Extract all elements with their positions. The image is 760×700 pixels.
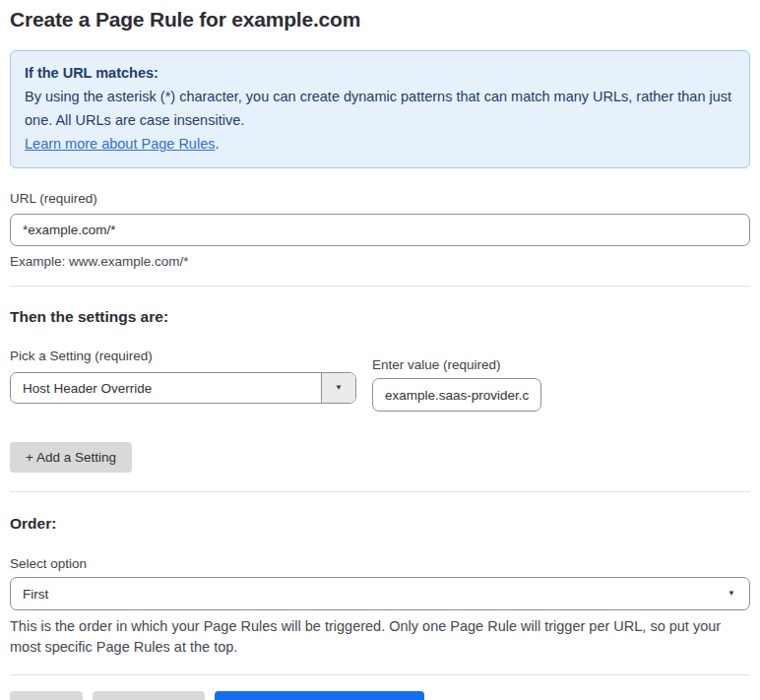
divider: [10, 286, 750, 286]
save-and-deploy-button[interactable]: Save and Deploy Page Rule: [215, 691, 425, 700]
info-box-body: By using the asterisk (*) character, you…: [25, 85, 735, 132]
link-suffix: .: [215, 136, 219, 152]
setting-value-label: Enter value (required): [372, 357, 541, 372]
setting-dropdown[interactable]: Host Header Override ▼: [10, 372, 356, 404]
add-setting-button[interactable]: + Add a Setting: [10, 442, 132, 473]
divider: [10, 674, 750, 675]
setting-value-group: Enter value (required): [372, 357, 541, 412]
setting-value-input[interactable]: [372, 378, 541, 412]
cancel-button[interactable]: Cancel: [10, 691, 83, 700]
url-field-group: URL (required) Example: www.example.com/…: [10, 191, 750, 269]
url-input[interactable]: [10, 214, 750, 246]
url-example-text: Example: www.example.com/*: [10, 254, 750, 269]
order-section-heading: Order:: [10, 515, 750, 533]
url-field-label: URL (required): [10, 191, 750, 206]
divider: [10, 491, 750, 492]
setting-picker-group: Pick a Setting (required) Host Header Ov…: [10, 349, 356, 404]
order-select[interactable]: First ▼: [10, 577, 750, 610]
setting-row: Pick a Setting (required) Host Header Ov…: [10, 349, 750, 412]
info-box-heading: If the URL matches:: [25, 61, 735, 85]
setting-dropdown-arrow-button[interactable]: ▼: [321, 373, 355, 403]
setting-picker-label: Pick a Setting (required): [10, 349, 356, 363]
order-select-value: First: [23, 587, 48, 602]
page-title: Create a Page Rule for example.com: [10, 8, 750, 32]
info-box-link-line: Learn more about Page Rules.: [25, 132, 735, 156]
settings-section-heading: Then the settings are:: [10, 308, 750, 326]
setting-dropdown-value: Host Header Override: [11, 373, 321, 403]
url-match-info-box: If the URL matches: By using the asteris…: [10, 50, 750, 168]
create-page-rule-panel: Create a Page Rule for example.com If th…: [0, 0, 760, 700]
learn-more-link[interactable]: Learn more about Page Rules: [25, 136, 215, 152]
footer-actions: Cancel Save as Draft Save and Deploy Pag…: [10, 691, 750, 700]
order-helper-text: This is the order in which your Page Rul…: [10, 616, 750, 658]
order-select-label: Select option: [10, 556, 750, 571]
chevron-down-icon: ▼: [335, 384, 343, 392]
save-as-draft-button[interactable]: Save as Draft: [93, 691, 205, 700]
chevron-down-icon: ▼: [728, 590, 735, 598]
